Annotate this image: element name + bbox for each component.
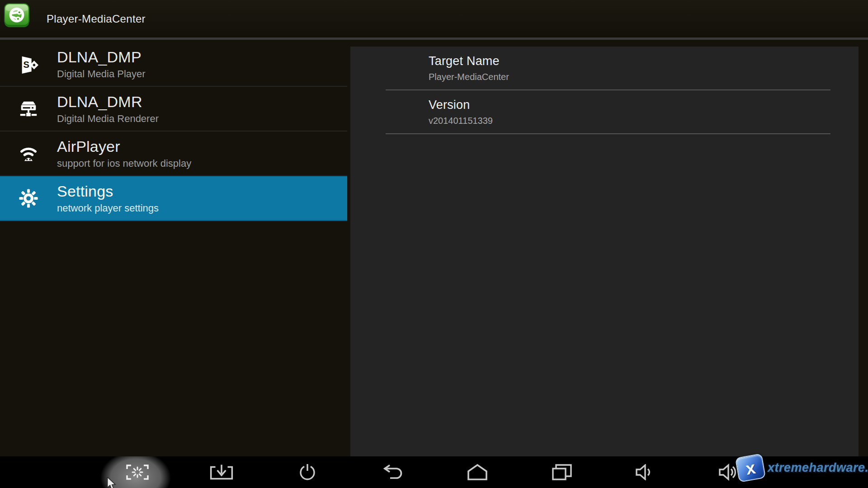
sidebar-item-settings[interactable]: Settings network player settings: [0, 176, 347, 221]
sidebar-item-label: DLNA_DMR: [57, 93, 159, 111]
sidebar-item-dlna-dmr[interactable]: DLNA_DMR Digital Media Renderer: [0, 87, 347, 131]
sidebar-item-label: Settings: [57, 182, 159, 200]
sidebar-item-sublabel: network player settings: [57, 202, 159, 214]
sidebar-list: S DLNA_DMP Digital Media Player: [0, 42, 347, 221]
version-label: Version: [429, 98, 470, 112]
xtremehardware-logo: x: [735, 453, 766, 483]
watermark-text: xtremehardware.com: [768, 461, 868, 475]
home-button[interactable]: [448, 456, 507, 488]
recents-button[interactable]: [533, 456, 591, 488]
power-button[interactable]: [278, 456, 337, 488]
volume-down-icon: [636, 464, 656, 480]
home-icon: [467, 464, 488, 480]
version-row[interactable]: Version v201401151339: [350, 90, 859, 134]
svg-text:S: S: [23, 59, 29, 69]
target-name-row[interactable]: Target Name Player-MediaCenter: [350, 47, 859, 90]
save-button[interactable]: [192, 456, 251, 488]
watermark-logo-letter: x: [744, 459, 756, 477]
wifi-android-icon: [0, 143, 57, 164]
sidebar-item-sublabel: support for ios network display: [57, 158, 191, 169]
dlna-dmr-icon: [0, 99, 57, 119]
back-arrow-icon: [383, 465, 403, 480]
sidebar-item-dlna-dmp[interactable]: S DLNA_DMP Digital Media Player: [0, 42, 347, 87]
app-screen: Player-MediaCenter S DLNA_DMP Digital Me…: [0, 0, 868, 488]
page-title: Player-MediaCenter: [47, 0, 146, 38]
recent-apps-icon: [552, 464, 572, 480]
settings-detail-panel: Target Name Player-MediaCenter Version v…: [350, 47, 859, 456]
sidebar-item-label: DLNA_DMP: [57, 48, 146, 66]
sidebar-item-sublabel: Digital Media Renderer: [57, 113, 159, 125]
version-value: v201401151339: [429, 116, 493, 126]
sidebar-item-sublabel: Digital Media Player: [57, 68, 146, 80]
sidebar-item-airplayer[interactable]: AirPlayer support for ios network displa…: [0, 131, 347, 176]
screen-scale-icon: [125, 463, 150, 481]
volume-down-button[interactable]: [616, 456, 675, 488]
sidebar-item-label: AirPlayer: [57, 137, 191, 155]
title-bar: Player-MediaCenter: [0, 0, 868, 40]
gear-icon: [0, 188, 57, 209]
share-network-icon: [4, 3, 30, 29]
power-icon: [298, 463, 317, 481]
back-button[interactable]: [364, 456, 423, 488]
dlna-dmp-icon: S: [0, 54, 57, 75]
target-name-label: Target Name: [429, 54, 500, 68]
divider: [386, 133, 830, 134]
save-download-icon: [209, 464, 234, 480]
target-name-value: Player-MediaCenter: [429, 72, 509, 82]
mouse-cursor: [106, 477, 118, 488]
watermark: x xtremehardware.com: [737, 455, 868, 480]
